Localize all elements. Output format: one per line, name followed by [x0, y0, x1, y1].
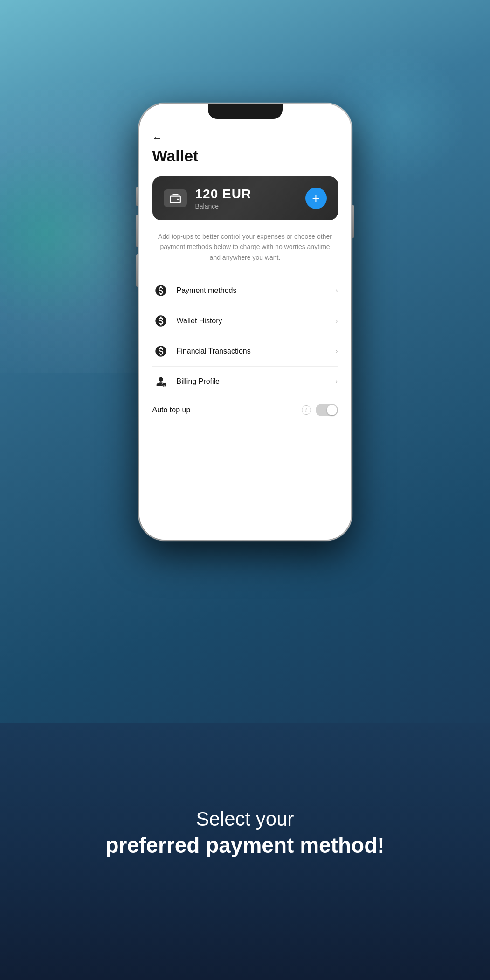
- menu-item-billing-profile[interactable]: $ Billing Profile ›: [152, 367, 338, 396]
- toggle-knob: [327, 405, 337, 415]
- wallet-history-icon: [152, 313, 169, 329]
- payment-methods-label: Payment methods: [177, 286, 328, 295]
- payment-methods-icon: [152, 282, 169, 299]
- auto-topup-row: Auto top up i: [152, 396, 338, 424]
- description-text: Add top-ups to better control your expen…: [152, 231, 338, 263]
- balance-info: 120 EUR Balance: [195, 187, 252, 210]
- auto-topup-label: Auto top up: [152, 406, 297, 414]
- wallet-icon: [164, 189, 187, 207]
- wallet-history-label: Wallet History: [177, 317, 328, 325]
- financial-transactions-label: Financial Transactions: [177, 347, 328, 355]
- menu-item-wallet-history[interactable]: Wallet History ›: [152, 306, 338, 336]
- menu-item-payment-methods[interactable]: Payment methods ›: [152, 276, 338, 306]
- payment-methods-chevron: ›: [335, 286, 338, 295]
- phone-notch: [208, 104, 283, 119]
- footer-section: Select your preferred payment method!: [0, 723, 490, 980]
- auto-topup-toggle[interactable]: [316, 404, 338, 416]
- volume-up-button: [136, 215, 138, 247]
- silent-switch: [136, 187, 138, 206]
- phone-device: ← Wallet 120 EUR Bala: [138, 103, 352, 541]
- page-title: Wallet: [152, 147, 338, 165]
- billing-profile-label: Billing Profile: [177, 377, 328, 386]
- auto-topup-info-icon[interactable]: i: [302, 405, 311, 415]
- financial-transactions-chevron: ›: [335, 347, 338, 355]
- menu-item-financial-transactions[interactable]: Financial Transactions ›: [152, 336, 338, 367]
- billing-profile-chevron: ›: [335, 377, 338, 386]
- screen-content: ← Wallet 120 EUR Bala: [139, 104, 351, 540]
- back-button[interactable]: ←: [152, 132, 338, 144]
- power-button: [352, 205, 354, 238]
- phone-screen: ← Wallet 120 EUR Bala: [139, 104, 351, 540]
- balance-card: 120 EUR Balance +: [152, 176, 338, 220]
- volume-down-button: [136, 254, 138, 287]
- billing-profile-icon: $: [152, 373, 169, 390]
- wallet-history-chevron: ›: [335, 317, 338, 325]
- balance-label: Balance: [195, 202, 252, 210]
- add-balance-button[interactable]: +: [305, 188, 327, 209]
- financial-transactions-icon: [152, 343, 169, 360]
- balance-amount: 120 EUR: [195, 187, 252, 202]
- footer-line2: preferred payment method!: [105, 832, 384, 860]
- phone-outer-shell: ← Wallet 120 EUR Bala: [138, 103, 352, 541]
- menu-list: Payment methods › Wallet History ›: [152, 276, 338, 396]
- balance-left-section: 120 EUR Balance: [164, 187, 252, 210]
- footer-line1: Select your: [196, 806, 294, 832]
- svg-point-0: [177, 199, 178, 200]
